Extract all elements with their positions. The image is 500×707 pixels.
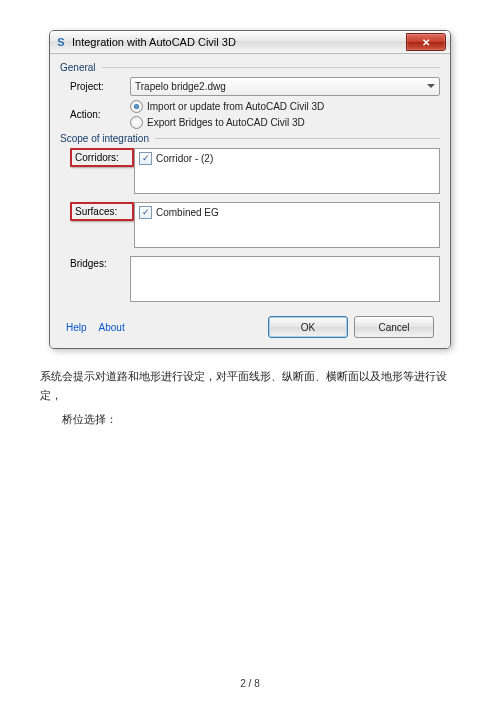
surfaces-item[interactable]: ✓ Combined EG [139, 206, 435, 219]
dialog-body: General Project: Trapelo bridge2.dwg Act… [50, 54, 450, 348]
surfaces-label: Surfaces: [70, 202, 134, 221]
radio-import[interactable]: Import or update from AutoCAD Civil 3D [130, 100, 324, 113]
corridors-row: Corridors: ✓ Corridor - (2) [70, 148, 440, 194]
radio-export[interactable]: Export Bridges to AutoCAD Civil 3D [130, 116, 324, 129]
check-icon: ✓ [139, 152, 152, 165]
paragraph-2: 桥位选择： [40, 410, 460, 429]
group-general-header: General [60, 62, 440, 73]
civil3d-dialog: S Integration with AutoCAD Civil 3D ✕ Ge… [49, 30, 451, 349]
radio-export-label: Export Bridges to AutoCAD Civil 3D [147, 117, 305, 128]
cancel-button[interactable]: Cancel [354, 316, 434, 338]
project-dropdown[interactable]: Trapelo bridge2.dwg [130, 77, 440, 96]
bridges-label: Bridges: [70, 256, 130, 269]
ok-button[interactable]: OK [268, 316, 348, 338]
bridges-listbox[interactable] [130, 256, 440, 302]
radio-import-dot [130, 100, 143, 113]
page-number: 2 / 8 [0, 678, 500, 689]
radio-import-label: Import or update from AutoCAD Civil 3D [147, 101, 324, 112]
radio-export-dot [130, 116, 143, 129]
surfaces-row: Surfaces: ✓ Combined EG [70, 202, 440, 248]
check-icon: ✓ [139, 206, 152, 219]
bridges-row: Bridges: [70, 256, 440, 302]
corridors-label: Corridors: [70, 148, 134, 167]
paragraph-1: 系统会提示对道路和地形进行设定，对平面线形、纵断面、横断面以及地形等进行设定， [40, 367, 460, 404]
action-row: Action: Import or update from AutoCAD Ci… [70, 100, 440, 129]
surfaces-listbox[interactable]: ✓ Combined EG [134, 202, 440, 248]
group-scope-header: Scope of integration [60, 133, 440, 144]
titlebar[interactable]: S Integration with AutoCAD Civil 3D ✕ [50, 31, 450, 54]
corridors-item-label: Corridor - (2) [156, 153, 213, 164]
surfaces-item-label: Combined EG [156, 207, 219, 218]
action-label: Action: [70, 109, 130, 120]
window-title: Integration with AutoCAD Civil 3D [72, 36, 406, 48]
corridors-item[interactable]: ✓ Corridor - (2) [139, 152, 435, 165]
about-link[interactable]: About [99, 322, 125, 333]
corridors-listbox[interactable]: ✓ Corridor - (2) [134, 148, 440, 194]
project-value: Trapelo bridge2.dwg [135, 81, 226, 92]
app-icon: S [54, 35, 68, 49]
project-row: Project: Trapelo bridge2.dwg [70, 77, 440, 96]
project-label: Project: [70, 81, 130, 92]
close-icon[interactable]: ✕ [406, 33, 446, 51]
help-link[interactable]: Help [66, 322, 87, 333]
dialog-footer: Help About OK Cancel [60, 310, 440, 340]
